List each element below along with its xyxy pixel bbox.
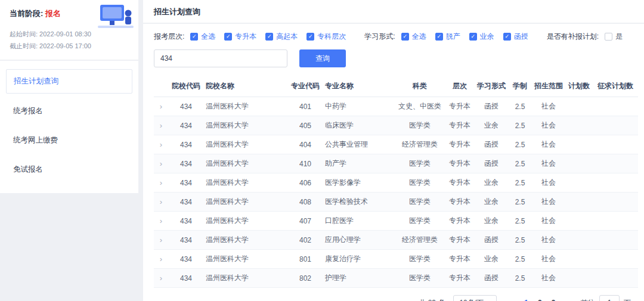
table-cell	[593, 116, 638, 135]
sidebar-item-1[interactable]: 招生计划查询	[6, 69, 132, 94]
table-cell: 医学类	[395, 212, 445, 231]
checkbox-checked-icon: ✓	[469, 33, 477, 41]
table-cell: 业余	[475, 212, 508, 231]
checkbox-checked-icon: ✓	[503, 33, 511, 41]
expand-chevron-icon[interactable]: ›	[160, 255, 162, 263]
table-cell: 康复治疗学	[323, 250, 395, 269]
table-row: ›434温州医科大学402应用心理学经济管理类专升本函授2.5社会	[154, 231, 638, 250]
checkbox-label: 专升本	[235, 32, 256, 42]
page-number-1[interactable]: 1	[524, 299, 528, 301]
expand-chevron-icon[interactable]: ›	[160, 102, 162, 111]
table-cell: 434	[168, 116, 204, 135]
goto-suffix: 页	[624, 298, 631, 301]
goto-page-input[interactable]	[599, 295, 620, 301]
checkbox-checked-icon: ✓	[224, 33, 232, 41]
table-cell: 社会	[532, 269, 565, 288]
table-cell: 社会	[532, 250, 565, 269]
table-cell	[593, 212, 638, 231]
sidebar-item-4[interactable]: 免试报名	[6, 158, 132, 181]
table-cell	[565, 135, 593, 154]
column-header: 征求计划数	[593, 76, 638, 97]
study-checkbox-group: ✓全选✓脱产✓业余✓函授	[401, 32, 537, 42]
level-checkbox-4[interactable]: ✓专科层次	[306, 32, 346, 42]
table-cell: 温州医科大学	[204, 116, 287, 135]
table-cell: 专升本	[445, 231, 475, 250]
table-row: ›434温州医科大学802护理学医学类专升本函授2.5社会	[154, 269, 638, 288]
table-cell: 专升本	[445, 269, 475, 288]
supplement-checkbox-1[interactable]: 是	[605, 32, 623, 42]
checkbox-checked-icon: ✓	[306, 33, 314, 41]
table-cell: 温州医科大学	[204, 212, 287, 231]
checkbox-checked-icon: ✓	[435, 33, 443, 41]
expand-chevron-icon[interactable]: ›	[160, 140, 162, 149]
expand-cell: ›	[154, 231, 168, 250]
table-cell: 434	[168, 193, 204, 212]
prev-page-button[interactable]: ‹	[512, 299, 515, 301]
table-cell: 社会	[532, 173, 565, 193]
page-number-list: 123	[519, 299, 560, 301]
table-cell: 408	[287, 193, 323, 212]
table-cell: 医学类	[395, 193, 445, 212]
page-number-3[interactable]: 3	[552, 299, 556, 301]
expand-cell: ›	[154, 269, 168, 288]
table-cell: 407	[287, 212, 323, 231]
table-row: ›434温州医科大学406医学影像学医学类专升本业余2.5社会	[154, 173, 638, 193]
table-cell: 434	[168, 231, 204, 250]
table-cell	[593, 231, 638, 250]
expand-chevron-icon[interactable]: ›	[160, 159, 162, 168]
table-cell: 业余	[475, 116, 508, 135]
table-cell: 社会	[532, 154, 565, 173]
search-input[interactable]	[154, 49, 287, 67]
sidebar-item-3[interactable]: 统考网上缴费	[6, 129, 132, 152]
table-cell	[565, 116, 593, 135]
study-checkbox-1[interactable]: ✓全选	[401, 32, 426, 42]
expand-chevron-icon[interactable]: ›	[160, 216, 162, 225]
sidebar: 当前阶段: 报名 起始时间: 2022-09-01 08:30 截止时间: 20…	[0, 0, 138, 301]
table-cell: 经济管理类	[395, 231, 445, 250]
table-cell: 434	[168, 173, 204, 193]
checkbox-label: 脱产	[446, 32, 460, 42]
level-checkbox-group: ✓全选✓专升本✓高起本✓专科层次	[190, 32, 355, 42]
table-cell	[593, 97, 638, 116]
supplement-filter-label: 是否有补报计划:	[547, 32, 599, 42]
checkbox-label: 是	[615, 32, 623, 42]
sidebar-item-2[interactable]: 统考报名	[6, 100, 132, 123]
table-cell	[565, 269, 593, 288]
table-cell: 函授	[475, 135, 508, 154]
table-cell: 2.5	[508, 97, 532, 116]
table-cell: 文史、中医类	[395, 97, 445, 116]
content: 报考层次: ✓全选✓专升本✓高起本✓专科层次 学习形式: ✓全选✓脱产✓业余✓函…	[143, 24, 644, 301]
table-cell: 801	[287, 250, 323, 269]
expand-cell: ›	[154, 135, 168, 154]
table-cell: 406	[287, 173, 323, 193]
table-cell	[565, 193, 593, 212]
expand-cell: ›	[154, 193, 168, 212]
search-button[interactable]: 查询	[299, 49, 346, 67]
expand-chevron-icon[interactable]: ›	[160, 197, 162, 206]
page-number-2[interactable]: 2	[538, 299, 542, 301]
table-row: ›434温州医科大学408医学检验技术医学类专升本业余2.5社会	[154, 193, 638, 212]
table-cell: 临床医学	[323, 116, 395, 135]
level-checkbox-1[interactable]: ✓全选	[190, 32, 215, 42]
expand-chevron-icon[interactable]: ›	[160, 121, 162, 130]
stage-section: 当前阶段: 报名 起始时间: 2022-09-01 08:30 截止时间: 20…	[0, 0, 138, 61]
table-cell: 专升本	[445, 250, 475, 269]
column-header: 专业名称	[323, 76, 395, 97]
study-checkbox-3[interactable]: ✓业余	[469, 32, 494, 42]
table-cell: 434	[168, 212, 204, 231]
level-checkbox-3[interactable]: ✓高起本	[265, 32, 298, 42]
expand-chevron-icon[interactable]: ›	[160, 178, 162, 187]
table-row: ›434温州医科大学801康复治疗学医学类专升本业余2.5社会	[154, 250, 638, 269]
table-cell: 业余	[475, 193, 508, 212]
next-page-button[interactable]: ›	[565, 299, 568, 301]
column-header: 院校代码	[168, 76, 204, 97]
level-checkbox-2[interactable]: ✓专升本	[224, 32, 256, 42]
study-checkbox-4[interactable]: ✓函授	[503, 32, 528, 42]
table-cell	[593, 193, 638, 212]
expand-chevron-icon[interactable]: ›	[160, 235, 162, 244]
page-size-select[interactable]: 10条/页 ▾	[453, 295, 496, 301]
expand-chevron-icon[interactable]: ›	[160, 274, 162, 283]
study-checkbox-2[interactable]: ✓脱产	[435, 32, 460, 42]
table-cell: 专升本	[445, 116, 475, 135]
total-count: 共 29 条	[419, 298, 445, 301]
